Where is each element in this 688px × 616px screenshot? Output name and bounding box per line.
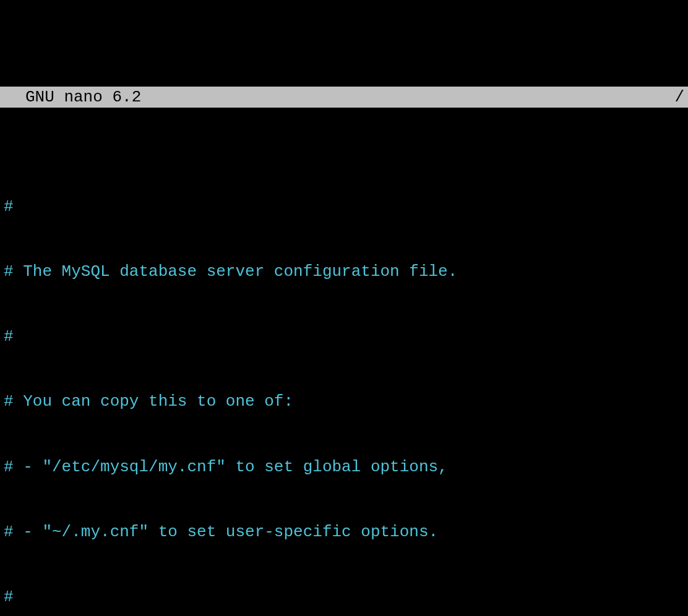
editor-content[interactable]: # # The MySQL database server configurat… xyxy=(0,152,688,616)
app-name: GNU nano 6.2 xyxy=(4,87,141,108)
comment-line: # xyxy=(4,196,684,218)
comment-line: # - "/etc/mysql/my.cnf" to set global op… xyxy=(4,456,684,478)
file-path-indicator: / xyxy=(674,87,684,108)
comment-line: # You can copy this to one of: xyxy=(4,391,684,413)
comment-line: # xyxy=(4,326,684,348)
comment-line: # The MySQL database server configuratio… xyxy=(4,261,684,283)
nano-titlebar: GNU nano 6.2 / xyxy=(0,87,688,108)
comment-line: # - "~/.my.cnf" to set user-specific opt… xyxy=(4,521,684,543)
comment-line: # xyxy=(4,586,684,608)
